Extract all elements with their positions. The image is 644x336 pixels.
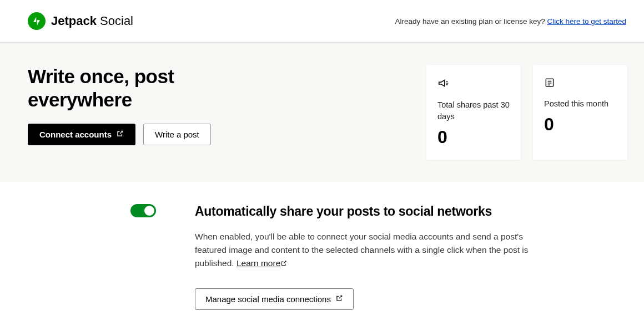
hero-section: Write once, posteverywhere Connect accou… xyxy=(0,43,644,182)
existing-plan-text: Already have an existing plan or license… xyxy=(395,17,627,26)
learn-more-link[interactable]: Learn more xyxy=(237,258,287,268)
brand-name: Jetpack Social xyxy=(51,14,133,28)
post-icon xyxy=(544,77,616,90)
external-link-icon xyxy=(335,294,343,304)
stat-label: Posted this month xyxy=(544,98,616,110)
stats-cards: Total shares past 30 days 0 Posted this … xyxy=(426,65,627,160)
write-post-button[interactable]: Write a post xyxy=(143,124,211,145)
hero-title: Write once, posteverywhere xyxy=(28,65,211,111)
external-link-icon xyxy=(116,130,124,139)
settings-title: Automatically share your posts to social… xyxy=(195,204,539,219)
get-started-link[interactable]: Click here to get started xyxy=(547,17,626,26)
megaphone-icon xyxy=(437,77,510,91)
settings-description: When enabled, you'll be able to connect … xyxy=(195,230,539,271)
connect-accounts-button[interactable]: Connect accounts xyxy=(28,124,135,145)
stat-value: 0 xyxy=(544,114,616,135)
settings-section: Automatically share your posts to social… xyxy=(0,182,644,332)
stat-label: Total shares past 30 days xyxy=(437,99,510,123)
logo: Jetpack Social xyxy=(28,12,133,30)
header: Jetpack Social Already have an existing … xyxy=(0,0,644,43)
toggle-knob xyxy=(144,206,154,216)
auto-share-toggle[interactable] xyxy=(130,204,156,217)
stat-value: 0 xyxy=(437,127,510,147)
external-link-icon xyxy=(280,257,287,271)
manage-connections-button[interactable]: Manage social media connections xyxy=(195,288,354,310)
jetpack-logo-icon xyxy=(28,12,46,30)
stat-card-posted: Posted this month 0 xyxy=(533,65,627,160)
stat-card-shares: Total shares past 30 days 0 xyxy=(426,65,521,160)
